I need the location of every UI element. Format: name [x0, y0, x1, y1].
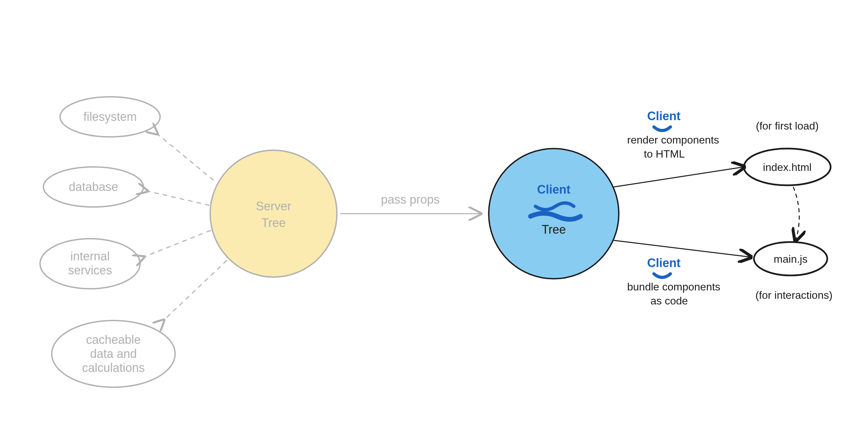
arrow-server-to-internal [144, 230, 211, 257]
main-js-note: (for interactions) [755, 289, 832, 301]
source-internal-services-label-1: internal [70, 249, 110, 263]
arrow-index-to-main [793, 187, 799, 240]
source-cacheable-label-2: data and [90, 347, 137, 360]
source-internal-services-label-2: services [68, 263, 112, 277]
bundle-annotation: Client [647, 256, 681, 270]
render-branch-label: Client render components to HTML [627, 109, 719, 160]
render-line2: to HTML [644, 148, 685, 160]
pass-props-label: pass props [381, 193, 440, 206]
arrow-client-to-index [614, 167, 744, 187]
source-cacheable-label-1: cacheable [86, 333, 141, 347]
arrow-server-to-cacheable [163, 260, 227, 321]
render-annotation: Client [647, 109, 681, 123]
client-tree-annotation: Client [537, 183, 570, 196]
index-html-note: (for first load) [756, 120, 818, 132]
server-tree-node: Server Tree [210, 150, 337, 277]
svg-point-0 [210, 150, 337, 277]
output-index-html: index.html [744, 149, 831, 185]
server-tree-label-2: Tree [261, 216, 286, 230]
scribble-icon [654, 127, 671, 130]
diagram-canvas: Server Tree filesystem database internal… [0, 0, 868, 444]
source-cacheable-label-3: calculations [82, 361, 145, 375]
source-filesystem-label: filesystem [84, 110, 137, 123]
source-filesystem: filesystem [60, 97, 160, 137]
bundle-line2: as code [651, 295, 688, 307]
source-cacheable: cacheable data and calculations [52, 321, 175, 387]
client-tree-node: Client Tree [489, 149, 619, 279]
main-js-label: main.js [774, 253, 807, 265]
scribble-icon [654, 274, 671, 277]
source-database-label: database [69, 180, 118, 194]
server-tree-label-1: Server [256, 199, 291, 213]
render-line1: render components [627, 134, 719, 146]
bundle-branch-label: Client bundle components as code [627, 256, 720, 307]
client-tree-label-2: Tree [542, 223, 566, 236]
output-main-js: main.js [754, 242, 827, 275]
arrow-client-to-mainjs [614, 240, 751, 257]
source-internal-services: internal services [40, 239, 140, 289]
arrow-server-to-filesystem [157, 134, 214, 180]
bundle-line1: bundle components [627, 281, 720, 293]
index-html-label: index.html [763, 161, 812, 173]
arrow-server-to-database [147, 191, 210, 205]
source-database: database [43, 167, 144, 207]
